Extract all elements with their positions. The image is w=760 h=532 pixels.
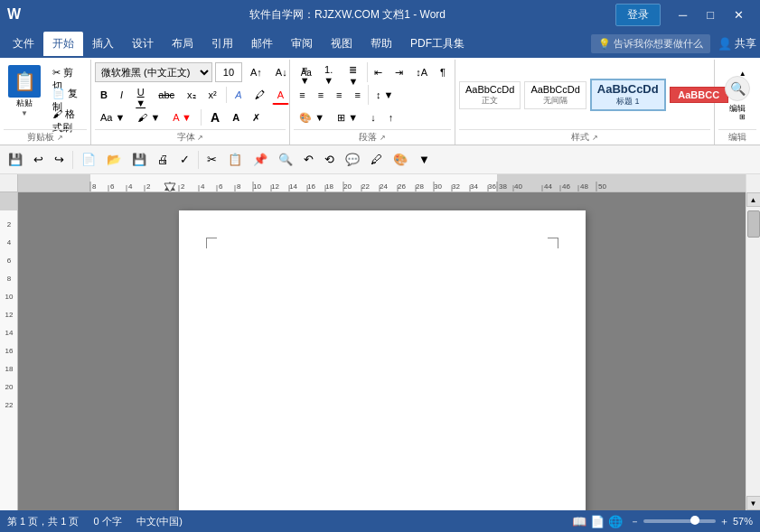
increase-indent-button[interactable]: ⇥ <box>389 62 408 82</box>
zoom-minus-button[interactable]: － <box>630 515 640 528</box>
font-color-button[interactable]: A <box>272 85 289 105</box>
underline-button[interactable]: U ▼ <box>130 85 151 105</box>
tb-more[interactable]: ▼ <box>414 150 435 169</box>
menu-references[interactable]: 引用 <box>202 32 242 56</box>
menu-insert[interactable]: 插入 <box>83 32 123 56</box>
tb-open[interactable]: 📂 <box>102 150 126 169</box>
vertical-scrollbar: ▲ ▼ <box>746 192 760 510</box>
border-button[interactable]: ⊞ ▼ <box>332 107 363 127</box>
close-button[interactable]: ✕ <box>725 5 753 25</box>
menu-review[interactable]: 审阅 <box>282 32 322 56</box>
zoom-plus-button[interactable]: ＋ <box>719 515 729 528</box>
style-heading1[interactable]: AaBbCcDd 标题 1 <box>590 79 666 111</box>
menu-view[interactable]: 视图 <box>322 32 361 56</box>
format-painter-button[interactable]: 🖌 格式刷 <box>47 106 87 126</box>
numbering-button[interactable]: 1. ▼ <box>317 62 340 82</box>
subscript-button[interactable]: x₂ <box>182 85 202 105</box>
highlight-btn2[interactable]: 🖌 ▼ <box>132 107 165 127</box>
decrease-font-button[interactable]: A↓ <box>270 62 293 82</box>
shrink-font-btn[interactable]: A <box>227 107 245 127</box>
justify-button[interactable]: ≡ <box>350 85 366 105</box>
view-print-button[interactable]: 📄 <box>590 515 605 528</box>
view-read-button[interactable]: 📖 <box>572 515 586 528</box>
menu-design[interactable]: 设计 <box>123 32 163 56</box>
sort-button[interactable]: ↕A <box>410 62 433 82</box>
para-extra-btn2[interactable]: ↑ <box>383 107 399 127</box>
font-name-select[interactable]: 微软雅黑 (中文正文) <box>95 62 212 82</box>
shading-button[interactable]: 🎨 ▼ <box>294 107 330 127</box>
bullets-button[interactable]: ≡ ▼ <box>294 62 315 82</box>
tb-paste2[interactable]: 📌 <box>249 150 272 169</box>
tb-save2[interactable]: 💾 <box>127 150 151 169</box>
view-web-button[interactable]: 🌐 <box>608 515 623 528</box>
clear-format-btn[interactable]: ✗ <box>247 107 266 127</box>
style-normal[interactable]: AaBbCcDd 正文 <box>459 81 521 109</box>
svg-text:12: 12 <box>271 182 279 191</box>
zoom-slider[interactable] <box>643 519 716 523</box>
tb-check[interactable]: ✓ <box>175 150 194 169</box>
text-effect-button[interactable]: A <box>230 85 247 105</box>
scroll-thumb[interactable] <box>747 210 760 238</box>
strikethrough-button[interactable]: abc <box>153 85 180 105</box>
tb-new[interactable]: 📄 <box>77 150 100 169</box>
tb-save[interactable]: 💾 <box>4 150 27 169</box>
scroll-up-button[interactable]: ▲ <box>746 192 761 207</box>
style-no-spacing[interactable]: AaBbCcDd 无间隔 <box>524 81 586 109</box>
bold-button[interactable]: B <box>95 85 113 105</box>
search-button[interactable]: 🔍 编辑 <box>718 71 756 119</box>
tb-repeat[interactable]: ⟲ <box>320 150 339 169</box>
tb-cut[interactable]: ✂ <box>202 150 221 169</box>
font-color-btn2[interactable]: Aa ▼ <box>95 107 130 127</box>
svg-text:22: 22 <box>361 182 370 191</box>
align-right-button[interactable]: ≡ <box>331 85 347 105</box>
paragraph-label: 段落 ↗ <box>294 129 451 145</box>
styles-group: AaBbCcDd 正文 AaBbCcDd 无间隔 AaBbCcDd 标题 1 <box>455 60 715 145</box>
login-button[interactable]: 登录 <box>615 4 661 26</box>
tb-undo[interactable]: ↩ <box>29 150 48 169</box>
scroll-track[interactable] <box>746 207 760 496</box>
tb-find[interactable]: 🔍 <box>274 150 297 169</box>
grow-font-btn[interactable]: A <box>205 107 225 127</box>
minimize-button[interactable]: ─ <box>670 5 696 25</box>
align-left-button[interactable]: ≡ <box>294 85 310 105</box>
document-page[interactable] <box>179 210 586 510</box>
paste-button[interactable]: 📋 粘贴 ▼ <box>4 62 45 120</box>
tb-redo[interactable]: ↪ <box>50 150 69 169</box>
document-area[interactable] <box>18 192 746 510</box>
tb-pen[interactable]: 🖊 <box>366 150 387 169</box>
tb-print[interactable]: 🖨 <box>153 150 174 169</box>
menu-help[interactable]: 帮助 <box>361 32 401 56</box>
menu-home[interactable]: 开始 <box>43 32 83 56</box>
italic-button[interactable]: I <box>115 85 128 105</box>
scroll-down-button[interactable]: ▼ <box>746 496 761 510</box>
increase-font-button[interactable]: A↑ <box>245 62 267 82</box>
tb-color[interactable]: 🎨 <box>389 150 412 169</box>
show-marks-button[interactable]: ¶ <box>435 62 451 82</box>
menu-layout[interactable]: 布局 <box>163 32 202 56</box>
cut-button[interactable]: ✂ 剪切 <box>47 64 87 84</box>
tb-comment[interactable]: 💬 <box>341 150 364 169</box>
menu-pdf[interactable]: PDF工具集 <box>401 32 474 56</box>
menu-file[interactable]: 文件 <box>4 32 43 56</box>
para-extra-btn[interactable]: ↓ <box>365 107 381 127</box>
text-area[interactable] <box>211 242 554 510</box>
line-spacing-button[interactable]: ↕ ▼ <box>371 85 399 105</box>
text-highlight-button[interactable]: 🖍 <box>249 85 270 105</box>
svg-text:22: 22 <box>5 401 14 409</box>
copy-button[interactable]: 📄 复制 <box>47 85 87 105</box>
svg-text:16: 16 <box>5 347 14 355</box>
tb-copy[interactable]: 📋 <box>223 150 247 169</box>
superscript-button[interactable]: x² <box>203 85 222 105</box>
tb-undo2[interactable]: ↶ <box>299 150 318 169</box>
tell-me-input[interactable]: 💡 告诉我你想要做什么 <box>591 34 710 53</box>
menu-mailings[interactable]: 邮件 <box>242 32 282 56</box>
font-color-btn3[interactable]: A ▼ <box>167 107 197 127</box>
font-group: 微软雅黑 (中文正文) A↑ A↓ Aa B I U ▼ abc x₂ x² A <box>91 60 290 145</box>
multilevel-button[interactable]: ≣ ▼ <box>342 62 364 82</box>
zoom-slider-thumb[interactable] <box>690 516 699 525</box>
align-center-button[interactable]: ≡ <box>313 85 329 105</box>
decrease-indent-button[interactable]: ⇤ <box>369 62 388 82</box>
share-button[interactable]: 👤 共享 <box>718 36 756 51</box>
font-size-input[interactable] <box>215 62 242 82</box>
restore-button[interactable]: □ <box>698 5 723 25</box>
